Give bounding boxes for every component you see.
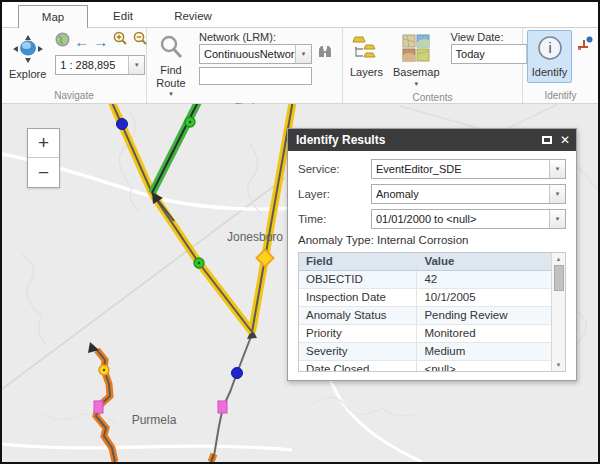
gray-pipeline[interactable]	[211, 328, 257, 462]
town-label-purmela: Purmela	[132, 413, 177, 427]
basemap-button[interactable]: Basemap ▾	[388, 30, 444, 91]
route-highlight-line[interactable]	[110, 104, 293, 332]
network-combobox[interactable]: ContinuousNetwork ▾	[199, 44, 312, 64]
explore-orb-icon	[12, 34, 44, 66]
time-combobox[interactable]: 01/01/2000 to <null> ▾	[371, 209, 566, 229]
identify-label: Identify	[532, 66, 567, 79]
scroll-up-icon[interactable]: ▲	[556, 253, 562, 265]
route-direction-arrow	[152, 192, 174, 221]
identify-results-title: Identify Results	[296, 133, 385, 147]
chevron-down-icon: ▾	[415, 80, 419, 87]
pink-point-marker[interactable]	[218, 401, 227, 413]
field-cell: Priority	[299, 325, 417, 342]
close-icon[interactable]: ✕	[560, 134, 570, 146]
table-row[interactable]: Severity Medium	[299, 343, 551, 361]
ribbon-group-contents: Layers	[343, 28, 523, 103]
zoom-in-icon[interactable]	[112, 31, 128, 51]
explore-label: Explore	[9, 68, 46, 81]
identify-route-locations-icon[interactable]	[576, 36, 594, 56]
layers-tree-icon	[352, 34, 382, 64]
ribbon-group-find: Find Route ▾ Network (LRM): ContinuousNe…	[147, 28, 343, 103]
field-cell: OBJECTID	[299, 271, 417, 288]
value-column-header: Value	[417, 253, 551, 270]
field-cell: Date Closed	[299, 361, 417, 372]
identify-results-panel: Identify Results ✕ Service: EventEditor_…	[287, 128, 577, 381]
map-zoom-control: + −	[27, 128, 60, 188]
attributes-table-header: Field Value	[299, 253, 551, 271]
view-date-value: Today	[452, 48, 526, 60]
yellow-point-marker[interactable]	[99, 365, 109, 375]
identify-results-titlebar[interactable]: Identify Results ✕	[288, 129, 576, 151]
navigate-group-label: Navigate	[4, 89, 144, 103]
green-point-marker[interactable]	[194, 258, 204, 268]
contents-group-label: Contents	[345, 91, 520, 105]
value-cell: Pending Review	[417, 307, 551, 324]
next-extent-icon[interactable]: →	[93, 34, 108, 49]
time-label: Time:	[298, 213, 371, 225]
maximize-icon[interactable]	[542, 136, 552, 144]
table-row[interactable]: OBJECTID 42	[299, 271, 551, 289]
magnifier-icon	[158, 34, 184, 62]
explore-button[interactable]: Explore	[4, 30, 51, 85]
chevron-down-icon[interactable]: ▾	[549, 160, 565, 178]
value-cell: Monitored	[417, 325, 551, 342]
map-scale-value: 1 : 288,895	[56, 59, 128, 71]
service-row: Service: EventEditor_SDE ▾	[298, 159, 566, 179]
layers-button[interactable]: Layers	[345, 30, 388, 83]
field-cell: Anomaly Status	[299, 307, 417, 324]
map-scale-combobox[interactable]: 1 : 288,895 ▾	[55, 55, 145, 75]
scroll-down-icon[interactable]: ▼	[556, 359, 562, 371]
pink-point-marker[interactable]	[94, 401, 103, 413]
chevron-down-icon[interactable]: ▾	[549, 210, 565, 228]
ribbon-group-identify: i Identify Identify	[523, 28, 598, 103]
table-scrollbar[interactable]: ▲ ▼	[551, 253, 565, 371]
chevron-down-icon[interactable]: ▾	[128, 56, 144, 74]
map-zoom-in-button[interactable]: +	[28, 129, 59, 158]
field-cell: Severity	[299, 343, 417, 360]
route-input[interactable]	[199, 67, 312, 85]
value-cell: Medium	[417, 343, 551, 360]
blue-point-marker[interactable]	[232, 368, 243, 379]
chevron-down-icon[interactable]: ▾	[295, 45, 311, 63]
value-cell: 10/1/2005	[417, 289, 551, 306]
network-value: ContinuousNetwork	[200, 48, 295, 60]
identify-group-label: Identify	[525, 89, 596, 103]
time-value: 01/01/2000 to <null>	[372, 213, 549, 225]
table-row[interactable]: Priority Monitored	[299, 325, 551, 343]
blue-point-marker[interactable]	[117, 119, 128, 130]
service-combobox[interactable]: EventEditor_SDE ▾	[371, 159, 566, 179]
ribbon-tabbar: Map Edit Review	[2, 2, 598, 28]
map-zoom-out-button[interactable]: −	[28, 158, 59, 187]
layer-row: Layer: Anomaly ▾	[298, 184, 566, 204]
layer-label: Layer:	[298, 188, 371, 200]
layers-label: Layers	[350, 66, 383, 79]
binoculars-icon[interactable]	[317, 45, 333, 63]
value-cell: 42	[417, 271, 551, 288]
tab-map[interactable]: Map	[18, 5, 88, 28]
identify-button[interactable]: i Identify	[527, 30, 572, 83]
service-label: Service:	[298, 163, 371, 175]
anomaly-diamond-marker[interactable]	[257, 250, 274, 267]
layer-combobox[interactable]: Anomaly ▾	[371, 184, 566, 204]
tab-review[interactable]: Review	[158, 5, 228, 27]
find-route-button[interactable]: Find Route ▾	[149, 30, 193, 101]
chevron-down-icon[interactable]: ▾	[549, 185, 565, 203]
table-row[interactable]: Anomaly Status Pending Review	[299, 307, 551, 325]
anomaly-type-text: Anomaly Type: Internal Corrosion	[298, 234, 566, 246]
scrollbar-thumb[interactable]	[554, 265, 564, 291]
previous-extent-icon[interactable]: ←	[74, 34, 89, 49]
layer-value: Anomaly	[372, 188, 549, 200]
svg-text:i: i	[548, 40, 551, 56]
table-row[interactable]: Date Closed <null>	[299, 361, 551, 372]
network-lrm-label: Network (LRM):	[199, 31, 333, 43]
tab-edit[interactable]: Edit	[88, 5, 158, 27]
full-extent-globe-icon[interactable]	[55, 32, 70, 51]
basemap-tiles-icon	[402, 34, 430, 64]
map-canvas[interactable]: Jonesboro Purmela + − Identify Results ✕…	[2, 104, 598, 462]
ribbon: Explore ← →	[2, 28, 598, 104]
table-row[interactable]: Inspection Date 10/1/2005	[299, 289, 551, 307]
value-cell: <null>	[417, 361, 551, 372]
identify-i-icon: i	[536, 34, 564, 64]
zoom-out-icon[interactable]	[132, 31, 148, 51]
green-point-marker[interactable]	[185, 117, 195, 127]
